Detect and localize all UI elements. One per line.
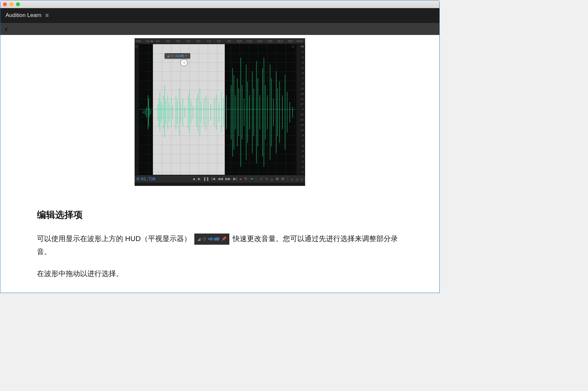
ruler-tick: 12.0: [255, 40, 264, 42]
db-tick: -6: [297, 144, 304, 147]
timecode-display[interactable]: 0:01.738: [137, 177, 155, 181]
zoom-out-amplitude-icon[interactable]: ⤡: [265, 177, 268, 181]
ruler-tick: 13.0: [265, 40, 274, 42]
db-tick: -15: [297, 92, 304, 95]
db-tick: -∞: [297, 108, 304, 111]
content-area: hms 1.0 2.0 3.0 4.0 5.0 6.0 7.0 8.0 9.0 …: [0, 35, 439, 293]
snap-icon[interactable]: ∩: [296, 39, 299, 43]
fade-icon: ◢: [197, 235, 201, 243]
zoom-selection-out-icon[interactable]: ⌕: [296, 177, 298, 181]
article-paragraph-1: 可以使用显示在波形上方的 HUD（平视显示器） ◢ ◷ +0 dB 📌 快速更改…: [37, 232, 403, 258]
db-tick: -4: [297, 61, 304, 64]
clock-icon: ◷: [171, 54, 173, 57]
loop-button[interactable]: ↻: [244, 177, 247, 181]
record-button[interactable]: ●: [239, 177, 242, 181]
ruler-tick: 8.0: [214, 40, 223, 42]
panel-header: Audition Learn ≡: [0, 8, 439, 23]
divider: [287, 177, 288, 181]
db-tick: -4: [297, 155, 304, 158]
db-unit-label: dB: [301, 45, 304, 48]
ruler-tick: 5.0: [184, 40, 193, 42]
ruler-tick: 3.0: [163, 40, 173, 42]
waveform-display[interactable]: ◢ ◷ -4.2 dB ✎: [139, 44, 296, 175]
inline-hud-value: +0 dB: [208, 235, 220, 243]
ruler-tick: 11.0: [245, 40, 254, 42]
zoom-selection-in-icon[interactable]: ⌕: [291, 177, 293, 181]
skip-back-button[interactable]: |◀: [212, 177, 215, 181]
playhead-icon[interactable]: [150, 38, 153, 44]
transport-bar: 0:01.738 ■ ▶ ❚❚ |◀ ◀◀ ▶▶ ▶| ● ↻ ⇥ ⤢ ⤡: [135, 175, 305, 183]
window-close-button[interactable]: [3, 2, 7, 6]
db-tick: -3: [297, 56, 304, 59]
stop-button[interactable]: ■: [193, 177, 195, 181]
pin-icon: 📌: [221, 236, 226, 243]
skip-forward-button[interactable]: ▶|: [233, 177, 237, 181]
db-tick: -27: [297, 103, 304, 106]
db-tick: -7: [297, 77, 304, 80]
channel-gutter: ◱: [135, 44, 139, 175]
db-tick: -12: [297, 129, 304, 132]
zoom-reset-icon[interactable]: ⌕: [271, 177, 273, 181]
db-tick: -9: [297, 134, 304, 137]
zoom-in-time-icon[interactable]: ⊕: [276, 177, 279, 181]
db-tick: -2: [297, 51, 304, 54]
rewind-button[interactable]: ◀◀: [218, 177, 223, 181]
panel-title: Audition Learn: [6, 12, 41, 19]
volume-hud[interactable]: ◢ ◷ -4.2 dB ✎: [165, 53, 190, 58]
waveform-editor-illustration: hms 1.0 2.0 3.0 4.0 5.0 6.0 7.0 8.0 9.0 …: [135, 38, 305, 186]
window-minimize-button[interactable]: [9, 2, 13, 6]
selection-region[interactable]: [153, 44, 225, 175]
panel-toolbar: ‹‹: [0, 23, 439, 35]
app-window: Audition Learn ≡ ‹‹ hms 1.0 2.0 3.0 4.0 …: [0, 0, 440, 293]
db-tick: -5: [297, 66, 304, 69]
window-zoom-button[interactable]: [16, 2, 20, 6]
divider: [256, 177, 256, 181]
db-tick: -27: [297, 113, 304, 116]
article-body: 编辑选择项 可以使用显示在波形上方的 HUD（平视显示器） ◢ ◷ +0 dB …: [34, 209, 406, 280]
hud-db-value[interactable]: -4.2 dB: [174, 54, 184, 57]
ruler-tick: 9.0: [224, 40, 234, 42]
forward-button[interactable]: ▶▶: [225, 177, 231, 181]
expand-icon[interactable]: ◱: [292, 45, 294, 48]
timeline-ruler[interactable]: hms 1.0 2.0 3.0 4.0 5.0 6.0 7.0 8.0 9.0 …: [135, 38, 305, 44]
waveform-svg: [139, 44, 296, 175]
play-button[interactable]: ▶: [198, 177, 201, 181]
pause-button[interactable]: ❚❚: [203, 177, 209, 181]
pin-icon[interactable]: ✎: [185, 54, 188, 57]
db-tick: -7: [297, 139, 304, 142]
mac-titlebar: [0, 0, 439, 8]
ruler-tick: 4.0: [173, 40, 183, 42]
db-tick: -3: [297, 160, 304, 163]
db-tick: -6: [297, 72, 304, 74]
fade-icon: ◢: [167, 54, 169, 57]
db-tick: -21: [297, 98, 304, 101]
panel-menu-icon[interactable]: ≡: [45, 12, 49, 19]
ruler-tick: 15.0: [286, 40, 295, 42]
inline-hud-graphic: ◢ ◷ +0 dB 📌: [194, 234, 229, 244]
skip-selection-button[interactable]: ⇥: [250, 177, 253, 181]
p1-text-a: 可以使用显示在波形上方的 HUD（平视显示器）: [37, 235, 191, 243]
db-tick: -5: [297, 150, 304, 153]
db-tick: -12: [297, 87, 304, 90]
ruler-tick: 10.0: [235, 40, 244, 42]
waveform-body: ◱: [135, 44, 305, 175]
db-tick: -21: [297, 118, 304, 121]
ruler-tick: 14.0: [275, 40, 285, 42]
cursor-indicator-icon: [180, 59, 188, 66]
db-tick: -15: [297, 123, 304, 126]
ruler-unit: hms: [136, 40, 141, 42]
amplitude-scale: dB ◱ -1 -2 -3 -4 -5 -6 -7 -9 -12 -15 -21…: [296, 44, 305, 175]
db-tick: -9: [297, 82, 304, 85]
ruler-tick: 6.0: [194, 40, 203, 42]
ruler-tick: 2.0: [153, 40, 162, 42]
clock-icon: ◷: [203, 236, 206, 243]
zoom-out-time-icon[interactable]: ⊖: [281, 177, 284, 181]
ruler-tick: 7.0: [204, 40, 213, 42]
article-heading: 编辑选择项: [37, 209, 403, 221]
zoom-full-icon[interactable]: ⌕: [301, 177, 303, 181]
db-tick: -1: [297, 171, 304, 173]
expand-icon[interactable]: ◱: [135, 45, 138, 48]
zoom-in-amplitude-icon[interactable]: ⤢: [260, 177, 263, 181]
db-tick: -2: [297, 165, 304, 168]
zero-line: [139, 109, 296, 110]
